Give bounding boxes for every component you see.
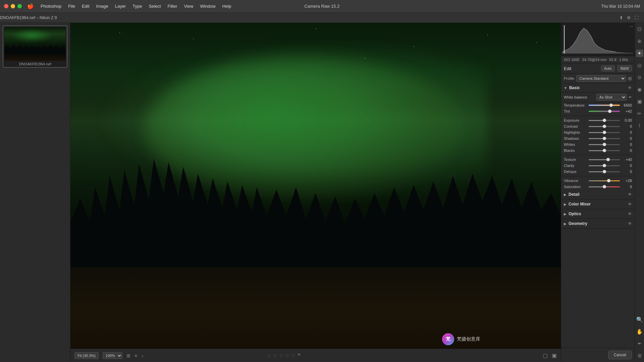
profile-select[interactable]: Camera Standard — [576, 75, 626, 82]
detail-section[interactable]: ▶ Detail 👁 — [561, 190, 635, 199]
gradient-tool[interactable]: ▣ — [636, 98, 643, 105]
tint-thumb[interactable] — [608, 110, 611, 113]
menu-image[interactable]: Image — [94, 3, 111, 9]
color-mixer-section[interactable]: ▶ Color Mixer 👁 — [561, 199, 635, 209]
color-tool[interactable]: ✦ — [636, 50, 643, 57]
exposure-track[interactable] — [589, 120, 620, 121]
whites-track[interactable] — [589, 144, 620, 145]
crop-tool[interactable]: ⊡ — [636, 25, 643, 33]
vibrance-track[interactable] — [589, 180, 620, 181]
star-3[interactable]: ☆ — [279, 352, 283, 359]
vibrance-value: +28 — [621, 179, 632, 183]
apple-menu[interactable]: 🍎 — [27, 3, 34, 9]
menu-filter[interactable]: Filter — [165, 3, 180, 9]
temperature-slider-row: Temperature 6650 — [561, 102, 635, 108]
highlights-slider-row: Highlights 0 — [561, 129, 635, 135]
star-1[interactable]: ☆ — [267, 352, 271, 359]
texture-track[interactable] — [589, 159, 620, 160]
temperature-track[interactable] — [589, 105, 620, 106]
zoom-select[interactable]: 100% — [103, 352, 122, 359]
list-icon[interactable]: ≡ — [135, 353, 137, 358]
profile-grid-icon[interactable]: ⊞ — [628, 76, 632, 81]
shadows-track[interactable] — [589, 138, 620, 139]
single-view-icon[interactable]: ▢ — [543, 352, 548, 359]
brush-tool[interactable]: ✏ — [636, 110, 643, 117]
basic-title: Basic — [569, 85, 628, 90]
cancel-button[interactable]: Cancel — [608, 351, 632, 359]
menu-photoshop[interactable]: Photoshop — [38, 3, 64, 9]
saturation-slider-row: Saturation 0 — [561, 184, 635, 190]
fullscreen-icon[interactable]: ⛶ — [635, 15, 639, 20]
maximize-button[interactable] — [17, 4, 22, 8]
dehaze-thumb[interactable] — [603, 170, 606, 173]
eyedropper-tool[interactable]: ✒ — [636, 340, 643, 347]
whites-thumb[interactable] — [603, 143, 606, 146]
menu-edit[interactable]: Edit — [79, 3, 92, 9]
split-view-icon[interactable]: ▣ — [552, 352, 557, 359]
highlights-track[interactable] — [589, 132, 620, 133]
highlights-label: Highlights — [564, 130, 587, 134]
optics-eye-icon[interactable]: 👁 — [628, 212, 632, 216]
filmstrip-thumbnail[interactable]: DNOAKFB1964.nef — [3, 25, 67, 68]
histogram-menu[interactable]: ⋯ — [629, 24, 633, 29]
shadows-thumb[interactable] — [603, 137, 606, 140]
fit-button[interactable]: Fit (30.3%) — [74, 352, 99, 359]
menu-view[interactable]: View — [181, 3, 196, 9]
optics-section[interactable]: ▶ Optics 👁 — [561, 209, 635, 219]
vibrance-thumb[interactable] — [607, 179, 610, 182]
menu-window[interactable]: Window — [197, 3, 218, 9]
geometry-section[interactable]: ▶ Geometry 👁 — [561, 219, 635, 229]
tint-value: +42 — [621, 109, 632, 113]
wb-select[interactable]: As Shot — [596, 94, 627, 101]
flag-icon[interactable]: ⚑ — [297, 352, 301, 359]
minimize-button[interactable] — [11, 4, 15, 8]
color-mixer-eye-icon[interactable]: 👁 — [628, 202, 632, 206]
subtitle-bar: DNOAKFB1964.nef – Nikon Z 9 ⬆ ⚙ ⛶ — [0, 13, 644, 23]
curves-tool[interactable]: ⌇ — [636, 122, 643, 129]
export-icon[interactable]: ⬆ — [620, 15, 623, 20]
star-2[interactable]: ☆ — [273, 352, 277, 359]
menu-layer[interactable]: Layer — [112, 3, 129, 9]
settings-icon[interactable]: ⚙ — [627, 15, 631, 20]
detail-tool[interactable]: ◎ — [636, 62, 643, 69]
menu-file[interactable]: File — [65, 3, 78, 9]
blacks-thumb[interactable] — [603, 149, 606, 152]
dehaze-track[interactable] — [589, 171, 620, 172]
saturation-thumb[interactable] — [603, 185, 606, 188]
radial-tool[interactable]: ◉ — [636, 86, 643, 93]
detail-eye-icon[interactable]: 👁 — [628, 192, 632, 197]
contrast-thumb[interactable] — [603, 125, 606, 128]
exposure-thumb[interactable] — [603, 119, 606, 122]
saturation-track[interactable] — [589, 186, 620, 187]
menu-help[interactable]: Help — [220, 3, 234, 9]
grid-tool[interactable]: ⊞ — [636, 352, 643, 359]
hand-tool[interactable]: ✋ — [636, 328, 643, 335]
edit-title: Edit — [564, 66, 598, 71]
geometry-eye-icon[interactable]: 👁 — [628, 221, 632, 226]
grid-icon[interactable]: ⊞ — [126, 353, 130, 358]
basic-eye-icon[interactable]: 👁 — [628, 85, 632, 90]
star-5[interactable]: ☆ — [291, 352, 296, 359]
menu-type[interactable]: Type — [130, 3, 145, 9]
eyedropper-icon[interactable]: ✒ — [629, 95, 632, 100]
zoom-in-icon[interactable]: 🔍 — [636, 316, 643, 323]
highlights-thumb[interactable] — [603, 131, 606, 134]
transform-tool[interactable]: ⊘ — [636, 74, 643, 81]
healing-tool[interactable]: ⊕ — [636, 38, 643, 45]
temperature-thumb[interactable] — [609, 104, 613, 107]
close-button[interactable] — [4, 4, 8, 8]
star-4[interactable]: ☆ — [285, 352, 289, 359]
texture-thumb[interactable] — [606, 158, 610, 161]
clarity-thumb[interactable] — [603, 164, 606, 167]
bw-button[interactable]: B&W — [618, 65, 632, 71]
geometry-title: Geometry — [569, 221, 628, 226]
filter-icon[interactable]: ⬦ — [141, 353, 144, 358]
blacks-track[interactable] — [589, 150, 620, 151]
basic-section-header[interactable]: ▼ Basic 👁 — [561, 83, 635, 93]
geometry-arrow-icon: ▶ — [564, 222, 567, 226]
menu-select[interactable]: Select — [146, 3, 163, 9]
contrast-track[interactable] — [589, 126, 620, 127]
tint-track[interactable] — [589, 111, 620, 112]
clarity-track[interactable] — [589, 165, 620, 166]
auto-button[interactable]: Auto — [601, 65, 615, 71]
